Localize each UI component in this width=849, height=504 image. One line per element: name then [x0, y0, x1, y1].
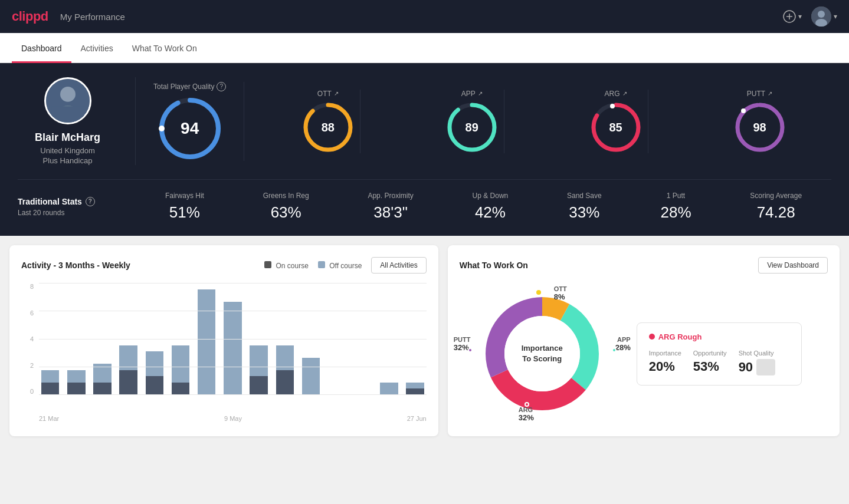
what-to-work-on-panel: What To Work On View Dashboard: [448, 245, 840, 436]
tab-what-to-work-on[interactable]: What To Work On: [123, 33, 206, 63]
svg-point-4: [818, 11, 825, 18]
bar-group-2: [91, 283, 113, 395]
score-col-putt: PUTT ↗ 98: [728, 90, 792, 153]
total-quality-help-icon[interactable]: ?: [217, 82, 226, 91]
activity-panel-header: Activity - 3 Months - Weekly On course O…: [21, 257, 427, 274]
ott-arrow-icon: ↗: [334, 90, 339, 97]
bottom-panels: Activity - 3 Months - Weekly On course O…: [0, 236, 849, 446]
ott-value: 88: [322, 120, 335, 134]
header-right: ▾ ▾: [783, 6, 837, 27]
metric-importance-value: 20%: [649, 359, 681, 374]
legend-off-course: Off course: [318, 261, 362, 270]
stat-sandsave: Sand Save 33%: [567, 192, 602, 222]
activity-panel: Activity - 3 Months - Weekly On course O…: [9, 245, 438, 436]
bar-group-1: [65, 283, 87, 395]
trad-stats-title: Traditional Stats ?: [18, 197, 118, 206]
bar-on-0: [41, 383, 60, 395]
metric-opportunity-label: Opportunity: [693, 350, 727, 357]
stat-updown-label: Up & Down: [473, 192, 509, 200]
bar-off-7: [224, 302, 242, 395]
info-metrics: Importance 20% Opportunity 53% Shot Qual…: [649, 350, 789, 375]
app-indicator-dot: [612, 348, 617, 353]
stat-updown-value: 42%: [473, 203, 509, 222]
stat-fairways-label: Fairways Hit: [165, 192, 204, 200]
total-quality-label: Total Player Quality ?: [153, 82, 226, 91]
user-menu[interactable]: ▾: [811, 6, 837, 27]
bar-group-13: [378, 283, 400, 395]
putt-circle: 98: [734, 101, 786, 153]
donut-chart-wrapper: ImportanceTo Scoring OTT8% APP28% ARG32%…: [460, 283, 625, 424]
stat-scoring: Scoring Average 74.28: [750, 192, 802, 222]
bar-on-14: [406, 388, 424, 395]
svg-rect-9: [51, 106, 84, 123]
total-quality-value: 94: [181, 119, 199, 138]
metric-shot-quality: Shot Quality 90: [739, 350, 775, 375]
stat-sandsave-label: Sand Save: [567, 192, 602, 200]
bar-on-5: [172, 383, 190, 395]
header-left: clippd My Performance: [12, 9, 125, 24]
view-dashboard-button[interactable]: View Dashboard: [758, 257, 828, 274]
bar-on-3: [119, 370, 137, 395]
bar-off-13: [380, 383, 398, 395]
app-circle: 89: [446, 101, 498, 153]
metric-importance-label: Importance: [649, 350, 681, 357]
bar-off-1: [67, 370, 86, 383]
metric-opportunity: Opportunity 53%: [693, 350, 727, 375]
logo[interactable]: clippd: [12, 9, 48, 24]
all-activities-button[interactable]: All Activities: [371, 257, 426, 274]
app-value: 89: [466, 120, 478, 134]
arg-indicator-dot: [525, 402, 529, 407]
bar-off-3: [119, 345, 137, 370]
stat-1putt: 1 Putt 28%: [660, 192, 691, 222]
bar-group-11: [326, 283, 348, 395]
avatar-image: [811, 6, 831, 27]
info-card-title: ARG Rough: [649, 332, 789, 341]
app-arrow-icon: ↗: [478, 90, 483, 97]
tab-dashboard[interactable]: Dashboard: [12, 33, 71, 63]
bar-group-6: [195, 283, 218, 395]
y-axis: 0 2 4 6 8: [21, 283, 36, 395]
shot-quality-row: 90: [739, 359, 775, 375]
user-dropdown-arrow: ▾: [834, 12, 837, 21]
chart-controls: On course Off course All Activities: [264, 257, 427, 274]
bar-group-9: [274, 283, 296, 395]
tab-activities[interactable]: Activities: [71, 33, 123, 63]
bar-group-7: [221, 283, 244, 395]
bar-off-8: [250, 345, 268, 377]
scores-section: Total Player Quality ? 94 OTT: [136, 82, 831, 161]
donut-center-label: ImportanceTo Scoring: [522, 343, 563, 364]
bar-group-14: [404, 283, 427, 395]
x-label-jun: 27 Jun: [407, 415, 427, 422]
bar-off-4: [146, 351, 164, 376]
ott-label: OTT ↗: [317, 90, 339, 98]
header: clippd My Performance ▾ ▾: [0, 0, 849, 33]
arg-circle: 85: [590, 101, 642, 153]
y-label-0: 0: [30, 388, 34, 395]
nav-tabs: Dashboard Activities What To Work On: [0, 33, 849, 63]
stat-proximity-label: App. Proximity: [368, 192, 413, 200]
arg-arrow-icon: ↗: [622, 90, 627, 97]
bar-group-0: [39, 283, 61, 395]
avatar: [811, 6, 831, 27]
trad-stats-help-icon[interactable]: ?: [86, 197, 95, 206]
chart-legend: On course Off course: [264, 261, 362, 270]
trad-stats-subtitle: Last 20 rounds: [18, 209, 118, 217]
ott-indicator-dot: [536, 290, 541, 295]
total-quality: Total Player Quality ? 94: [153, 82, 244, 161]
stats-grid: Fairways Hit 51% Greens In Reg 63% App. …: [136, 192, 831, 222]
metric-importance: Importance 20%: [649, 350, 681, 375]
bar-group-10: [300, 283, 322, 395]
wtwon-header: What To Work On View Dashboard: [460, 257, 828, 274]
add-button[interactable]: ▾: [783, 10, 802, 23]
bar-on-8: [250, 376, 268, 395]
donut-label-ott: OTT8%: [554, 285, 567, 301]
bar-off-14: [406, 383, 424, 389]
player-avatar-image: [46, 77, 90, 124]
off-course-dot: [318, 261, 325, 268]
legend-on-course: On course: [264, 261, 309, 270]
activity-chart-title: Activity - 3 Months - Weekly: [21, 261, 130, 270]
bar-group-8: [248, 283, 270, 395]
putt-value: 98: [753, 120, 766, 134]
y-label-6: 6: [30, 309, 34, 317]
putt-arrow-icon: ↗: [768, 90, 772, 97]
